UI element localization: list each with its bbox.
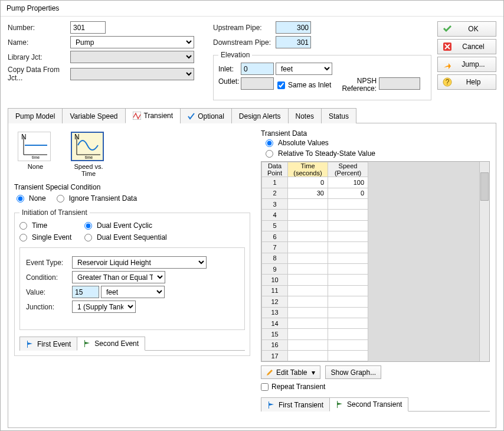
table-row[interactable]: 12 xyxy=(262,296,368,307)
table-scrollbar[interactable] xyxy=(479,162,489,361)
tab-pump-model[interactable]: Pump Model xyxy=(8,108,63,123)
cancel-button[interactable]: Cancel xyxy=(437,39,496,54)
main-tabstrip: Pump Model Variable Speed Transient Opti… xyxy=(8,107,496,123)
check-blue-icon xyxy=(188,113,195,120)
table-row[interactable]: 11 xyxy=(262,285,368,296)
flag-green-icon xyxy=(83,339,91,348)
upstream-label: Upstream Pipe: xyxy=(213,24,276,32)
evtype-label: Event Type: xyxy=(26,259,72,267)
junction-label: Junction: xyxy=(26,303,72,311)
repeat-transient-check[interactable]: Repeat Transient xyxy=(261,383,490,391)
outlet-label: Outlet: xyxy=(218,77,241,86)
inlet-input[interactable] xyxy=(241,63,274,75)
initiation-group: Initiation of Transient Time Dual Event … xyxy=(14,208,250,356)
show-graph-button[interactable]: Show Graph... xyxy=(325,365,381,379)
transient-type-none[interactable]: Ntime None xyxy=(18,132,53,177)
table-row[interactable]: 8 xyxy=(262,253,368,263)
help-button[interactable]: ? Help xyxy=(437,74,496,90)
table-row[interactable]: 5 xyxy=(262,220,368,231)
copy-select[interactable] xyxy=(70,68,194,80)
outlet-input xyxy=(241,77,274,90)
table-row[interactable]: 16 xyxy=(262,339,368,350)
flag-blue-icon xyxy=(267,401,276,409)
table-row[interactable]: 3 xyxy=(262,199,368,210)
jump-button[interactable]: Jump... xyxy=(437,57,496,72)
table-row[interactable]: 2300 xyxy=(262,188,368,198)
tsc-ignore[interactable]: Ignore Transient Data xyxy=(57,194,137,203)
iot-time[interactable]: Time xyxy=(19,221,84,230)
same-as-inlet-checkbox[interactable] xyxy=(277,81,285,89)
svg-text:time: time xyxy=(85,155,93,159)
number-label: Number: xyxy=(8,24,70,32)
tab-second-transient[interactable]: Second Transient xyxy=(329,397,408,412)
value-label: Value: xyxy=(26,288,72,296)
edit-table-button[interactable]: Edit Table▾ xyxy=(261,365,320,379)
same-as-inlet-check[interactable]: Same as Inlet xyxy=(277,81,331,89)
cond-label: Condition: xyxy=(26,273,72,282)
tab-first-transient[interactable]: First Transient xyxy=(261,397,330,412)
name-select[interactable]: Pump xyxy=(70,36,194,48)
table-row[interactable]: 9 xyxy=(262,264,368,275)
x-icon xyxy=(443,42,452,51)
table-row[interactable]: 15 xyxy=(262,329,368,339)
pencil-icon xyxy=(266,369,273,376)
help-icon: ? xyxy=(443,77,452,87)
tab-first-event[interactable]: First Event xyxy=(19,337,77,351)
iot-dual-seq[interactable]: Dual Event Sequential xyxy=(84,233,245,241)
tab-variable-speed[interactable]: Variable Speed xyxy=(62,108,125,123)
table-row[interactable]: 4 xyxy=(262,210,368,220)
initiation-legend: Initiation of Transient xyxy=(19,208,90,217)
table-row[interactable]: 10100 xyxy=(262,177,368,188)
inlet-label: Inlet: xyxy=(218,65,241,73)
tab-notes[interactable]: Notes xyxy=(288,108,322,123)
iot-dual-cyclic[interactable]: Dual Event Cyclic xyxy=(84,221,245,230)
transient-table[interactable]: Data Point Time (seconds) Speed (Percent… xyxy=(261,162,368,361)
table-row[interactable]: 13 xyxy=(262,307,368,318)
value-input[interactable] xyxy=(72,286,99,298)
tdata-rel[interactable]: Relative To Steady-State Value xyxy=(266,149,490,158)
npsh-label: NPSH Reference: xyxy=(342,77,377,93)
value-unit-select[interactable]: feet xyxy=(101,286,165,298)
flag-blue-icon xyxy=(26,340,34,348)
library-select[interactable] xyxy=(70,51,194,63)
svg-text:?: ? xyxy=(446,78,450,86)
upstream-value xyxy=(276,21,311,34)
elevation-legend: Elevation xyxy=(218,51,252,59)
col-time[interactable]: Time (seconds) xyxy=(288,162,328,177)
library-label: Library Jct: xyxy=(8,53,70,61)
tab-transient[interactable]: Transient xyxy=(125,108,181,123)
junction-select[interactable]: 1 (Supply Tank) xyxy=(72,301,136,313)
table-row[interactable]: 17 xyxy=(262,350,368,361)
tab-status[interactable]: Status xyxy=(321,108,356,123)
col-data-point: Data Point xyxy=(262,162,288,177)
tdata-abs[interactable]: Absolute Values xyxy=(266,139,490,147)
tab-second-event[interactable]: Second Event xyxy=(77,337,145,351)
event-type-select[interactable]: Reservoir Liquid Height xyxy=(72,256,207,269)
copy-label: Copy Data From Jct... xyxy=(8,66,70,82)
col-speed[interactable]: Speed (Percent) xyxy=(328,162,368,177)
tsc-none[interactable]: None xyxy=(17,194,46,203)
ok-button[interactable]: OK xyxy=(437,21,496,37)
npsh-input xyxy=(379,77,420,90)
number-input[interactable] xyxy=(70,21,106,34)
table-row[interactable]: 6 xyxy=(262,231,368,242)
iot-single[interactable]: Single Event xyxy=(19,233,84,241)
tab-optional[interactable]: Optional xyxy=(180,108,232,123)
downstream-value xyxy=(276,36,311,48)
condition-select[interactable]: Greater Than or Equal To xyxy=(72,271,165,283)
window-title: Pump Properties xyxy=(1,1,503,17)
table-row[interactable]: 7 xyxy=(262,242,368,253)
table-empty-area xyxy=(368,162,479,361)
transient-type-speed-vs-time[interactable]: Ntime Speed vs. Time xyxy=(71,132,106,177)
table-row[interactable]: 14 xyxy=(262,318,368,328)
transient-table-container: Data Point Time (seconds) Speed (Percent… xyxy=(261,161,490,362)
inlet-unit-select[interactable]: feet xyxy=(276,63,332,75)
jump-icon xyxy=(443,60,452,69)
tab-design-alerts[interactable]: Design Alerts xyxy=(231,108,289,123)
svg-text:time: time xyxy=(32,155,40,159)
table-row[interactable]: 10 xyxy=(262,275,368,285)
repeat-transient-checkbox[interactable] xyxy=(261,383,269,391)
downstream-label: Downstream Pipe: xyxy=(213,38,276,47)
name-label: Name: xyxy=(8,38,70,47)
transient-icon xyxy=(133,112,141,120)
